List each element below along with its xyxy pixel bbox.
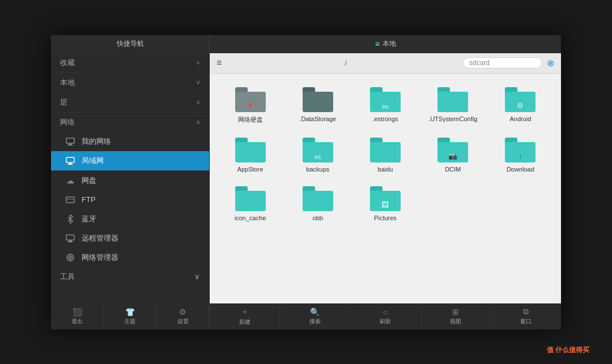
lan-icon bbox=[65, 155, 76, 166]
file-item-pictures[interactable]: 🖼 Pictures bbox=[354, 182, 416, 226]
toolbar-menu-icon[interactable]: ≡ bbox=[216, 58, 222, 68]
exit-icon: ⬛ bbox=[73, 307, 82, 316]
file-item-appstore[interactable]: AppStore bbox=[219, 133, 282, 177]
bottom-btn-theme[interactable]: 👕 主题 bbox=[104, 303, 156, 329]
file-item-dcim[interactable]: 📷 DCIM bbox=[422, 133, 484, 177]
estrongs-badge: es bbox=[382, 103, 389, 110]
settings-icon: ⚙ bbox=[179, 307, 186, 316]
my-network-icon bbox=[65, 136, 76, 147]
content-toolbar: ≡ / sdcard ⊗ bbox=[210, 53, 561, 74]
bottom-btn-exit-label: 退出 bbox=[71, 318, 83, 326]
svg-rect-5 bbox=[67, 164, 73, 165]
sidebar-section-layer: 层 ∨ bbox=[51, 93, 209, 113]
file-item-obb[interactable]: obb bbox=[286, 182, 349, 226]
sidebar-item-lan[interactable]: 局域网 bbox=[51, 151, 209, 170]
watermark-text: 值 什么值得买 bbox=[547, 346, 589, 354]
file-label-dcim: DCIM bbox=[445, 166, 461, 173]
sidebar-network-chevron: ∧ bbox=[196, 119, 200, 125]
remote-icon bbox=[65, 233, 76, 244]
bottom-btn-theme-label: 主题 bbox=[124, 318, 135, 326]
sidebar-favorites-chevron: ∨ bbox=[196, 59, 200, 66]
sidebar-item-netmgr[interactable]: 网络管理器 bbox=[51, 248, 209, 267]
sidebar-layer-chevron: ∨ bbox=[196, 99, 200, 105]
file-item-datastorage[interactable]: .DataStorage bbox=[286, 83, 349, 129]
file-item-icon-cache[interactable]: icon_cache bbox=[219, 182, 282, 226]
sidebar-section-favorites: 收藏 ∨ bbox=[51, 53, 209, 73]
file-label-utsystemconfig: .UTSystemConfig bbox=[428, 115, 477, 122]
svg-rect-1 bbox=[69, 144, 72, 145]
folder-icon-baidu bbox=[370, 138, 401, 162]
file-label-estrongs: .estrongs bbox=[372, 115, 398, 122]
sidebar-item-remote[interactable]: 远程管理器 bbox=[51, 229, 209, 248]
file-grid: ● 网络硬盘 .DataStorage bbox=[210, 74, 561, 303]
sidebar-item-my-network[interactable]: 我的网络 bbox=[51, 132, 209, 151]
sidebar-network-label: 网络 bbox=[60, 117, 75, 127]
sidebar-local-header[interactable]: 本地 ∨ bbox=[51, 73, 209, 92]
content-area: ≡ / sdcard ⊗ ● 网络硬盘 bbox=[210, 53, 561, 303]
folder-icon-backups: es bbox=[303, 138, 333, 162]
file-item-wangluoyipan[interactable]: ● 网络硬盘 bbox=[219, 83, 282, 129]
search-icon: 🔍 bbox=[310, 307, 320, 316]
ftp-icon bbox=[65, 194, 76, 205]
sidebar-item-ftp[interactable]: FTP bbox=[51, 190, 209, 209]
file-label-android: Android bbox=[509, 115, 531, 122]
sidebar-netmgr-label: 网络管理器 bbox=[82, 252, 118, 263]
bottom-bar: ⬛ 退出 👕 主题 ⚙ 设置 ＋ 新建 🔍 搜索 ○ 刷新 bbox=[51, 303, 561, 329]
bottom-btn-refresh[interactable]: ○ 刷新 bbox=[350, 303, 420, 329]
file-item-estrongs[interactable]: es .estrongs bbox=[354, 83, 416, 129]
bottom-btn-exit[interactable]: ⬛ 退出 bbox=[51, 303, 104, 329]
app-container: 快捷导航 🖥 本地 收藏 ∨ 本地 ∨ bbox=[51, 35, 561, 329]
title-bar-left: 快捷导航 bbox=[51, 35, 210, 53]
folder-icon-pictures: 🖼 bbox=[370, 186, 401, 211]
folder-icon-android: ⚙ bbox=[505, 87, 536, 112]
file-label-appstore: AppStore bbox=[237, 166, 264, 173]
sidebar-favorites-header[interactable]: 收藏 ∨ bbox=[51, 53, 209, 72]
bottom-btn-settings-label: 设置 bbox=[177, 318, 189, 326]
folder-icon-obb bbox=[303, 186, 333, 211]
svg-rect-4 bbox=[69, 163, 72, 164]
file-item-backups[interactable]: es backups bbox=[286, 133, 349, 177]
file-label-backups: backups bbox=[306, 166, 329, 173]
file-label-baidu: baidu bbox=[378, 166, 393, 173]
sidebar-local-label: 本地 bbox=[60, 78, 75, 88]
folder-icon-appstore bbox=[235, 138, 266, 162]
svg-rect-9 bbox=[69, 241, 72, 242]
sidebar-item-cloud[interactable]: ☁ 网盘 bbox=[51, 171, 209, 190]
folder-icon-datastorage bbox=[303, 87, 333, 112]
title-bar-center: 🖥 本地 bbox=[210, 39, 561, 49]
main-body: 收藏 ∨ 本地 ∨ 层 ∨ 网络 bbox=[51, 53, 561, 303]
file-item-baidu[interactable]: baidu bbox=[354, 133, 416, 177]
svg-rect-0 bbox=[66, 138, 74, 143]
sidebar-remote-label: 远程管理器 bbox=[82, 233, 118, 243]
bottom-btn-settings[interactable]: ⚙ 设置 bbox=[157, 303, 209, 329]
title-bar: 快捷导航 🖥 本地 bbox=[51, 35, 561, 53]
sidebar-item-bluetooth[interactable]: 蓝牙 bbox=[51, 209, 209, 229]
file-item-android[interactable]: ⚙ Android bbox=[489, 83, 552, 129]
new-icon: ＋ bbox=[241, 307, 249, 317]
bottom-btn-search[interactable]: 🔍 搜索 bbox=[280, 303, 350, 329]
svg-rect-10 bbox=[67, 242, 73, 242]
bottom-btn-view[interactable]: ⊞ 视图 bbox=[421, 303, 491, 329]
watermark: 值 什么值得买 bbox=[547, 345, 589, 355]
folder-icon-download: ↓ bbox=[505, 138, 536, 162]
bottom-btn-window[interactable]: ⧉ 窗口 bbox=[491, 303, 561, 329]
folder-icon-utsystemconfig bbox=[437, 87, 468, 112]
file-item-download[interactable]: ↓ Download bbox=[489, 133, 552, 177]
bottom-btn-refresh-label: 刷新 bbox=[380, 318, 391, 326]
sidebar-tools-header[interactable]: 工具 ∨ bbox=[51, 267, 209, 286]
sidebar: 收藏 ∨ 本地 ∨ 层 ∨ 网络 bbox=[51, 53, 210, 303]
toolbar-search[interactable]: sdcard bbox=[463, 57, 542, 68]
sidebar-network-header[interactable]: 网络 ∧ bbox=[51, 113, 209, 132]
bottom-btn-new[interactable]: ＋ 新建 bbox=[210, 303, 280, 329]
bottom-right: ＋ 新建 🔍 搜索 ○ 刷新 ⊞ 视图 ⧉ 窗口 bbox=[210, 303, 561, 329]
window-icon: ⧉ bbox=[523, 307, 529, 316]
toolbar-search-text: sdcard bbox=[469, 59, 490, 67]
file-item-utsystemconfig[interactable]: .UTSystemConfig bbox=[422, 83, 484, 129]
sidebar-layer-header[interactable]: 层 ∨ bbox=[51, 93, 209, 112]
toolbar-close-icon[interactable]: ⊗ bbox=[547, 58, 554, 68]
folder-icon-icon-cache bbox=[235, 186, 266, 211]
sidebar-tools-label: 工具 bbox=[60, 272, 75, 282]
cloud-icon: ☁ bbox=[65, 175, 76, 186]
download-icon: ↓ bbox=[518, 151, 523, 160]
bottom-btn-search-label: 搜索 bbox=[309, 318, 321, 326]
